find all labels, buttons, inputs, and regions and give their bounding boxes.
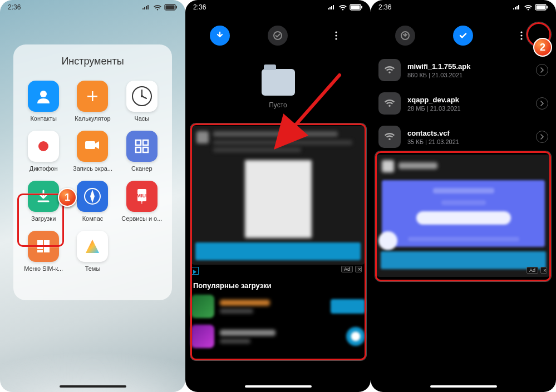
home-indicator[interactable]	[60, 385, 126, 388]
file-row[interactable]: contacts.vcf 35 КБ | 21.03.2021	[371, 120, 556, 153]
app-screen-recorder[interactable]: Запись экра...	[68, 127, 117, 177]
svg-rect-14	[143, 140, 148, 145]
app-label: Загрузки	[31, 215, 56, 222]
ad-cta-button[interactable]	[381, 251, 546, 269]
themes-icon	[77, 231, 108, 262]
battery-icon	[164, 4, 178, 11]
app-label: Сканер	[131, 165, 152, 172]
svg-point-9	[141, 95, 143, 97]
downloads-toolbar	[371, 22, 556, 49]
status-time: 2:36	[378, 3, 391, 11]
status-icons	[327, 4, 363, 11]
file-name: contacts.vcf	[407, 129, 529, 137]
svg-point-10	[38, 141, 48, 151]
ad-card[interactable]: Ad×	[376, 155, 550, 277]
close-icon[interactable]: ×	[355, 266, 362, 272]
file-name: xqapp_dev.apk	[407, 96, 529, 104]
app-scanner[interactable]: Сканер	[117, 127, 166, 177]
callout-2: 2	[533, 38, 552, 57]
ad-card[interactable]	[191, 126, 365, 265]
file-list: miwifi_1.1.755.apk 860 КБ | 21.03.2021 x…	[371, 53, 556, 153]
adchoices-icon[interactable]	[191, 267, 199, 275]
install-button[interactable]	[331, 299, 365, 314]
svg-rect-11	[85, 141, 95, 149]
ad-badge[interactable]: Ad×	[527, 267, 547, 274]
svg-rect-1	[166, 6, 175, 9]
home-indicator[interactable]	[245, 385, 312, 388]
status-icons	[513, 4, 548, 11]
blurred-text	[213, 131, 338, 137]
more-menu-button[interactable]	[511, 26, 532, 46]
ad-badge[interactable]: Ad×	[341, 266, 362, 272]
downloads-icon	[28, 181, 59, 212]
empty-label: Пусто	[269, 101, 287, 109]
app-sim-menu[interactable]: Меню SIM-к...	[19, 227, 68, 277]
signal-icon	[513, 4, 521, 10]
svg-rect-13	[136, 147, 141, 152]
ad-image	[245, 160, 312, 238]
tab-completed[interactable]	[453, 26, 473, 46]
contacts-icon	[28, 81, 59, 112]
svg-rect-23	[37, 250, 43, 252]
svg-point-37	[520, 34, 522, 36]
file-meta-text: 28 МБ | 21.03.2021	[407, 105, 529, 112]
ad-footer: Ad×	[191, 266, 365, 276]
more-menu-button[interactable]	[326, 26, 346, 46]
blurred-text	[213, 140, 352, 145]
chevron-right-icon[interactable]	[536, 131, 548, 143]
svg-rect-20	[37, 240, 43, 246]
signal-icon	[142, 4, 151, 10]
popular-item[interactable]	[185, 291, 371, 321]
app-clock[interactable]: Часы	[117, 77, 166, 127]
screen-recorder-icon	[77, 131, 108, 162]
wifi-icon	[153, 4, 162, 11]
status-time: 2:36	[193, 3, 206, 11]
status-bar: 2:36	[185, 0, 371, 14]
svg-rect-34	[547, 6, 548, 9]
svg-rect-26	[351, 6, 360, 9]
wifi-file-icon	[378, 59, 401, 81]
tab-completed[interactable]	[268, 26, 288, 46]
chevron-right-icon[interactable]	[536, 64, 548, 76]
chevron-right-icon[interactable]	[536, 97, 548, 110]
app-compass[interactable]: Компас	[68, 177, 117, 227]
status-bar: 2:36	[371, 0, 556, 14]
folder-title: Инструменты	[19, 56, 166, 67]
tab-downloading[interactable]	[210, 26, 230, 46]
app-themes[interactable]: Темы	[68, 227, 117, 277]
app-thumb	[191, 325, 214, 348]
home-indicator[interactable]	[430, 385, 497, 388]
wifi-file-icon	[378, 126, 401, 148]
ad-avatar	[196, 131, 209, 143]
ad-cta-button[interactable]	[195, 242, 361, 260]
phone-downloads-list: 2:36 miwifi_1.1.755.apk 860 КБ | 21.03.2…	[371, 0, 556, 392]
file-meta-text: 35 КБ | 21.03.2021	[407, 138, 529, 145]
app-calculator[interactable]: Калькулятор	[68, 77, 117, 127]
app-thumb	[191, 295, 214, 318]
svg-text:?: ?	[140, 197, 144, 205]
progress-button[interactable]	[346, 327, 365, 346]
folder-panel: Инструменты Контакты Калькулятор Часы Ди…	[13, 44, 172, 300]
svg-rect-2	[176, 6, 177, 9]
svg-point-38	[520, 38, 522, 39]
app-label: Темы	[85, 265, 101, 272]
close-icon[interactable]: ×	[540, 267, 547, 274]
blurred-text	[213, 147, 301, 152]
empty-slot	[117, 227, 166, 277]
app-contacts[interactable]: Контакты	[19, 77, 68, 127]
clock-icon	[126, 81, 158, 112]
wifi-icon	[524, 4, 533, 11]
app-label: Часы	[134, 115, 149, 122]
ad-avatar	[382, 160, 394, 172]
blurred-text	[220, 339, 250, 344]
blurred-text	[220, 330, 275, 336]
app-recorder[interactable]: Диктофон	[19, 127, 68, 177]
popular-item[interactable]	[185, 321, 371, 351]
file-row[interactable]: xqapp_dev.apk 28 МБ | 21.03.2021	[371, 87, 556, 120]
empty-state: Пусто	[185, 61, 371, 117]
tab-downloading[interactable]	[395, 26, 415, 46]
svg-rect-22	[37, 247, 43, 249]
app-services[interactable]: MIUI? Сервисы и о...	[117, 177, 166, 227]
file-row[interactable]: miwifi_1.1.755.apk 860 КБ | 21.03.2021	[371, 53, 556, 87]
svg-rect-33	[537, 6, 545, 9]
